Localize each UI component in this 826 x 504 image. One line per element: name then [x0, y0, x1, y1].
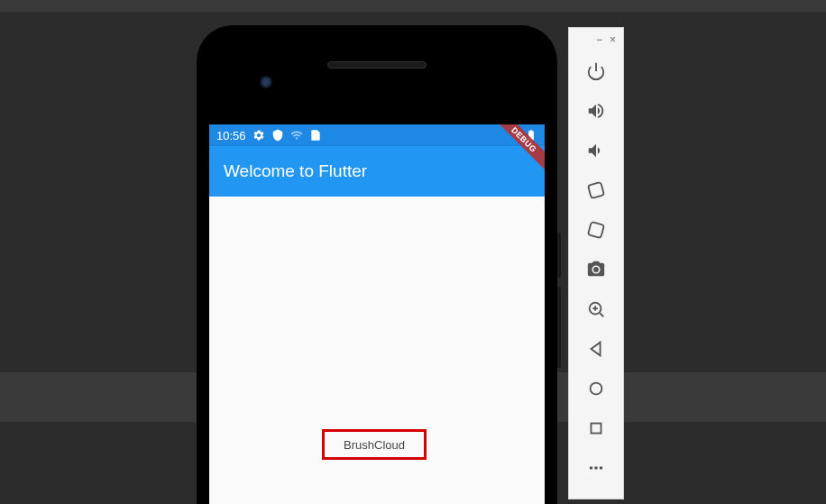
close-button[interactable]: ×	[610, 34, 616, 45]
svg-rect-1	[588, 182, 604, 198]
rotate-right-button[interactable]	[576, 210, 616, 250]
phone-side-button	[557, 233, 561, 278]
svg-point-11	[594, 466, 598, 470]
zoom-button[interactable]	[576, 289, 616, 329]
status-time: 10:56	[216, 129, 246, 142]
svg-point-8	[591, 383, 602, 395]
folder-icon	[309, 129, 322, 142]
svg-point-10	[590, 466, 593, 470]
rotate-left-button[interactable]	[576, 170, 616, 210]
highlighted-text-box: BrushCloud	[322, 429, 427, 460]
battery-icon	[525, 129, 537, 142]
minimize-button[interactable]: −	[596, 34, 602, 45]
app-bar-title: Welcome to Flutter	[224, 161, 367, 181]
svg-line-4	[600, 313, 603, 316]
power-button[interactable]	[576, 51, 616, 91]
shield-icon	[271, 129, 284, 142]
device-bezel: 10:56	[209, 38, 545, 504]
phone-side-button	[557, 287, 561, 368]
svg-rect-2	[588, 222, 604, 238]
home-button[interactable]	[576, 369, 616, 408]
body-text: BrushCloud	[344, 438, 405, 452]
more-button[interactable]	[576, 448, 616, 488]
settings-icon	[252, 129, 265, 142]
volume-up-button[interactable]	[576, 91, 616, 131]
phone-camera	[260, 76, 272, 88]
background-stripe	[0, 0, 826, 12]
svg-point-12	[600, 466, 603, 470]
android-status-bar: 10:56	[209, 124, 545, 146]
back-button[interactable]	[576, 329, 616, 369]
app-body: BrushCloud	[209, 197, 545, 504]
app-bar: Welcome to Flutter	[209, 146, 545, 197]
screenshot-button[interactable]	[576, 250, 616, 289]
svg-marker-7	[592, 343, 601, 356]
wifi-icon	[290, 129, 303, 142]
svg-rect-9	[592, 424, 601, 434]
volume-down-button[interactable]	[576, 131, 616, 170]
device-frame: 10:56	[197, 25, 557, 504]
phone-speaker	[327, 61, 427, 69]
toolbar-window-controls: − ×	[569, 28, 623, 51]
device-screen: 10:56	[209, 124, 545, 504]
overview-button[interactable]	[576, 408, 616, 448]
emulator-toolbar: − ×	[568, 27, 624, 499]
